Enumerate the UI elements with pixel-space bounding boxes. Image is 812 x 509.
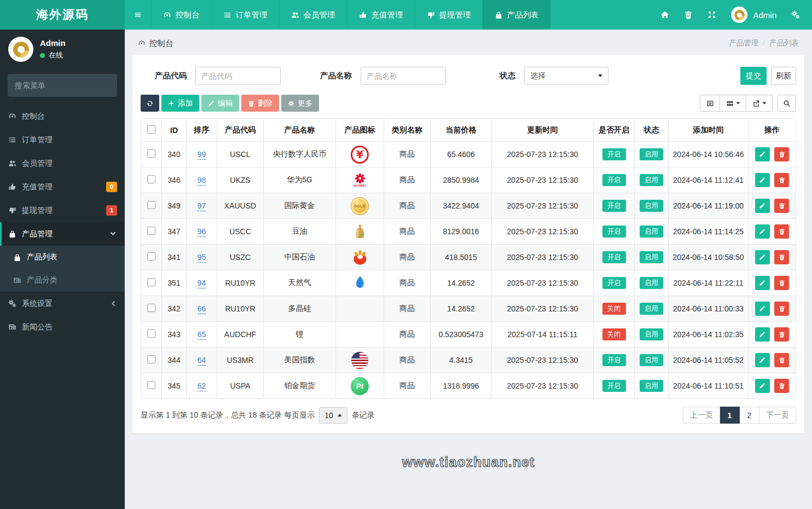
row-checkbox[interactable] xyxy=(147,329,155,338)
refresh-button[interactable]: 刷新 xyxy=(771,67,796,85)
page-button-1[interactable]: 1 xyxy=(720,407,740,424)
sidebar-item-product-category[interactable]: 产品分类 xyxy=(0,269,125,292)
edit-button[interactable] xyxy=(755,379,770,393)
sidebar-item-members[interactable]: 会员管理 xyxy=(0,152,125,175)
row-checkbox[interactable] xyxy=(147,381,155,389)
more-button[interactable]: 更多 xyxy=(281,95,319,112)
row-checkbox[interactable] xyxy=(147,304,155,312)
cell-id: 346 xyxy=(162,167,187,193)
cell-added: 2024-06-14 11:00:33 xyxy=(669,296,749,322)
caret-down-icon xyxy=(762,102,766,104)
cell-actions xyxy=(749,270,796,296)
edit-button[interactable] xyxy=(755,302,770,316)
status-badge: 启用 xyxy=(640,354,663,366)
sidebar-item-product-management[interactable]: 产品管理 xyxy=(0,222,125,246)
detail-view-button[interactable] xyxy=(700,95,720,112)
sidebar-item-news[interactable]: 新闻公告 xyxy=(0,315,125,339)
name-filter-input[interactable] xyxy=(361,67,446,85)
sidebar-toggle-button[interactable] xyxy=(125,0,151,30)
delete-button[interactable] xyxy=(774,353,789,367)
fullscreen-arrows-icon[interactable] xyxy=(707,10,716,19)
code-filter-input[interactable] xyxy=(195,67,281,85)
delete-button[interactable] xyxy=(774,276,789,290)
edit-button[interactable] xyxy=(755,250,770,264)
trash-icon[interactable] xyxy=(684,10,693,19)
page-button-2[interactable]: 2 xyxy=(740,407,759,424)
add-button[interactable]: 添加 xyxy=(161,95,199,112)
brand-logo[interactable]: 海外源码 xyxy=(0,0,125,30)
nav-item-products[interactable]: 产品列表 xyxy=(483,0,550,30)
row-checkbox[interactable] xyxy=(147,278,155,286)
reload-button[interactable] xyxy=(141,95,159,112)
delete-button-toolbar[interactable]: 删除 xyxy=(241,95,279,112)
nav-item-members[interactable]: 会员管理 xyxy=(279,0,347,30)
edit-button[interactable] xyxy=(755,199,770,213)
sidebar-item-recharge[interactable]: 充值管理 0 xyxy=(0,175,125,199)
main-content: 控制台 产品管理 / 产品列表 产品代码 产品名称 状态 选择 提交 xyxy=(125,30,812,509)
status-filter-select[interactable]: 选择 xyxy=(524,67,608,85)
delete-button[interactable] xyxy=(774,199,789,213)
delete-button[interactable] xyxy=(774,173,789,187)
sort-link[interactable]: 62 xyxy=(198,381,206,391)
edit-button[interactable] xyxy=(755,327,770,342)
delete-button[interactable] xyxy=(774,327,789,342)
gears-icon[interactable] xyxy=(791,10,800,19)
nav-item-withdraw[interactable]: 提现管理 xyxy=(415,0,483,30)
home-icon[interactable] xyxy=(660,10,669,19)
sort-link[interactable]: 99 xyxy=(198,150,206,160)
select-all-checkbox[interactable] xyxy=(147,125,155,134)
edit-button[interactable] xyxy=(755,173,770,187)
page-size-select[interactable]: 10 xyxy=(319,407,347,424)
cell-sort: 64 xyxy=(187,348,217,373)
sidebar-search-input[interactable] xyxy=(15,81,114,90)
row-checkbox[interactable] xyxy=(147,252,155,261)
sort-link[interactable]: 95 xyxy=(198,253,206,263)
petrochina-icon xyxy=(352,248,368,266)
sort-link[interactable]: 98 xyxy=(198,176,206,186)
row-checkbox[interactable] xyxy=(147,201,155,209)
submit-button[interactable]: 提交 xyxy=(740,67,767,85)
next-page-button[interactable]: 下一页 xyxy=(759,407,796,424)
breadcrumb-item[interactable]: 产品管理 xyxy=(729,38,758,48)
cell-name: 铂金期货 xyxy=(264,373,336,399)
edit-button[interactable] xyxy=(755,353,770,367)
dashboard-icon xyxy=(138,39,146,47)
edit-button[interactable] xyxy=(755,224,770,239)
sidebar-item-product-list[interactable]: 产品列表 xyxy=(0,246,125,269)
row-checkbox[interactable] xyxy=(147,227,155,235)
edit-button-toolbar[interactable]: 编辑 xyxy=(201,95,239,112)
nav-item-recharge[interactable]: 充值管理 xyxy=(347,0,415,30)
nav-item-orders[interactable]: 订单管理 xyxy=(211,0,279,30)
sidebar-item-withdraw[interactable]: 提现管理 1 xyxy=(0,199,125,222)
cell-product-icon: HUAWEI xyxy=(336,167,384,193)
row-checkbox[interactable] xyxy=(147,175,155,183)
edit-button[interactable] xyxy=(755,147,770,161)
sort-link[interactable]: 96 xyxy=(198,227,206,237)
export-button[interactable] xyxy=(746,95,773,112)
prev-page-button[interactable]: 上一页 xyxy=(683,407,720,424)
delete-button[interactable] xyxy=(774,224,789,239)
sort-link[interactable]: 66 xyxy=(198,304,206,314)
delete-button[interactable] xyxy=(774,147,789,161)
sort-link[interactable]: 94 xyxy=(198,279,206,288)
columns-button[interactable] xyxy=(720,95,746,112)
col-category: 类别名称 xyxy=(384,119,431,142)
delete-button[interactable] xyxy=(774,379,789,393)
sort-link[interactable]: 97 xyxy=(198,201,206,211)
sidebar-item-dashboard[interactable]: 控制台 xyxy=(0,105,125,128)
row-checkbox[interactable] xyxy=(147,355,155,363)
cell-code: USCC xyxy=(217,219,264,245)
row-checkbox[interactable] xyxy=(147,149,155,158)
nav-item-dashboard[interactable]: 控制台 xyxy=(151,0,211,30)
edit-button[interactable] xyxy=(755,276,770,290)
sort-link[interactable]: 65 xyxy=(198,330,206,340)
open-badge: 开启 xyxy=(602,251,626,263)
sidebar-item-settings[interactable]: 系统设置 xyxy=(0,292,125,315)
sort-link[interactable]: 64 xyxy=(198,356,206,366)
delete-button[interactable] xyxy=(774,250,789,264)
table-search-button[interactable] xyxy=(778,95,796,112)
sidebar-item-orders[interactable]: 订单管理 xyxy=(0,128,125,152)
delete-button[interactable] xyxy=(774,302,789,316)
cell-status: 启用 xyxy=(635,193,669,219)
user-menu[interactable]: Admin xyxy=(731,7,776,23)
